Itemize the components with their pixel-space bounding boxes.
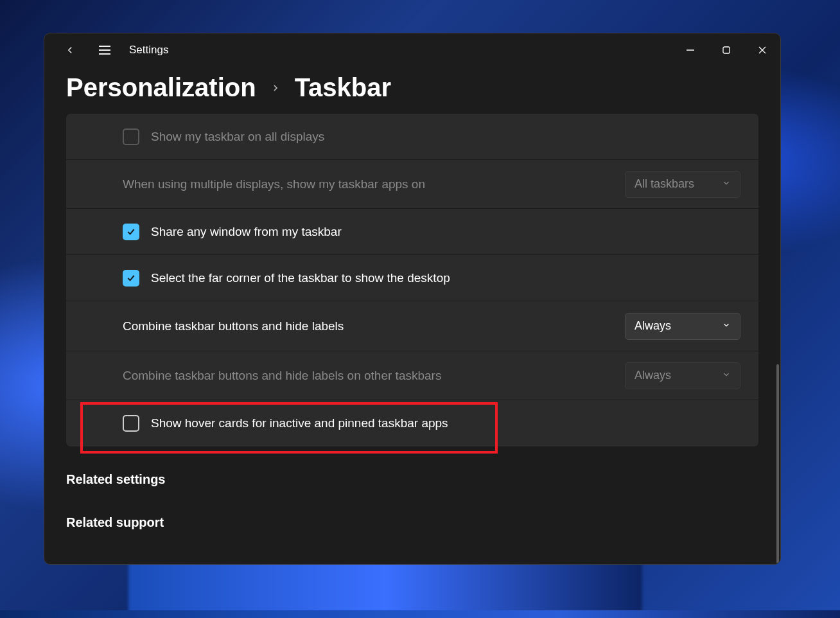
- breadcrumb: Personalization Taskbar: [44, 67, 780, 114]
- row-hover-cards[interactable]: Show hover cards for inactive and pinned…: [66, 400, 758, 446]
- label-show-all-displays: Show my taskbar on all displays: [151, 130, 324, 144]
- row-combine-other: Combine taskbar buttons and hide labels …: [66, 351, 758, 400]
- row-show-all-displays[interactable]: Show my taskbar on all displays: [66, 114, 758, 160]
- scrollbar-thumb[interactable]: [776, 364, 779, 563]
- maximize-button[interactable]: [708, 37, 744, 63]
- label-combine-other: Combine taskbar buttons and hide labels …: [123, 369, 441, 383]
- back-button[interactable]: [57, 37, 83, 63]
- label-share-window: Share any window from my taskbar: [151, 225, 342, 239]
- dropdown-combine-other[interactable]: Always: [625, 362, 740, 389]
- taskbar-behaviors-list: Show my taskbar on all displays When usi…: [66, 114, 758, 446]
- dropdown-value: All taskbars: [634, 177, 694, 191]
- checkbox-show-all-displays[interactable]: [123, 128, 139, 145]
- row-combine: Combine taskbar buttons and hide labels …: [66, 301, 758, 351]
- titlebar: Settings: [44, 33, 780, 67]
- row-multiple-displays: When using multiple displays, show my ta…: [66, 160, 758, 209]
- checkbox-far-corner[interactable]: [123, 270, 139, 287]
- chevron-down-icon: [722, 319, 731, 333]
- dropdown-multiple-displays[interactable]: All taskbars: [625, 171, 740, 198]
- label-far-corner: Select the far corner of the taskbar to …: [151, 271, 450, 285]
- checkbox-share-window[interactable]: [123, 224, 139, 240]
- chevron-down-icon: [722, 369, 731, 382]
- minimize-button[interactable]: [672, 37, 708, 63]
- label-combine: Combine taskbar buttons and hide labels: [123, 319, 344, 333]
- chevron-right-icon: [270, 78, 281, 98]
- svg-rect-4: [723, 47, 730, 53]
- label-multiple-displays: When using multiple displays, show my ta…: [123, 177, 425, 191]
- related-section: Related settings Related support: [66, 446, 758, 530]
- window-controls: [672, 37, 780, 63]
- settings-content: Show my taskbar on all displays When usi…: [44, 114, 780, 564]
- row-share-window[interactable]: Share any window from my taskbar: [66, 209, 758, 255]
- row-far-corner[interactable]: Select the far corner of the taskbar to …: [66, 255, 758, 301]
- close-button[interactable]: [744, 37, 780, 63]
- related-settings-heading: Related settings: [66, 472, 758, 487]
- checkbox-hover-cards[interactable]: [123, 415, 139, 432]
- related-support-heading: Related support: [66, 515, 758, 530]
- dropdown-value: Always: [634, 369, 671, 382]
- nav-menu-button[interactable]: [92, 37, 118, 63]
- breadcrumb-parent[interactable]: Personalization: [66, 73, 256, 102]
- app-title: Settings: [129, 44, 168, 57]
- desktop-taskbar: [0, 610, 840, 618]
- label-hover-cards: Show hover cards for inactive and pinned…: [151, 416, 448, 430]
- settings-window: Settings Personalization Taskbar Show my…: [44, 33, 781, 565]
- breadcrumb-current: Taskbar: [295, 73, 391, 102]
- dropdown-value: Always: [634, 319, 671, 333]
- dropdown-combine[interactable]: Always: [625, 313, 740, 340]
- chevron-down-icon: [722, 177, 731, 191]
